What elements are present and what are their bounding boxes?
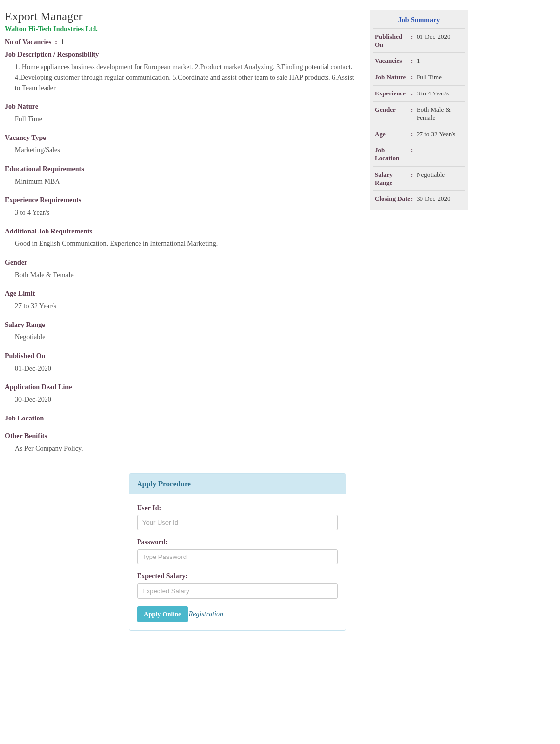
registration-link[interactable]: Registration: [189, 610, 223, 618]
summary-label: Closing Date: [375, 195, 411, 203]
summary-row-nature: Job Nature : Full Time: [373, 69, 465, 85]
summary-value: Negotiable: [417, 171, 463, 186]
apply-procedure-panel: Apply Procedure User Id: Password: Expec…: [129, 473, 346, 631]
apply-online-button[interactable]: Apply Online: [137, 606, 188, 622]
section-body-education: Minimum MBA: [5, 176, 361, 186]
job-summary-title: Job Summary: [373, 13, 465, 28]
summary-label: Job Nature: [375, 73, 411, 81]
section-heading-additional: Additional Job Requirements: [5, 228, 361, 235]
section-heading-vtype: Vacancy Type: [5, 134, 361, 142]
section-body-vtype: Marketing/Sales: [5, 145, 361, 155]
summary-row-age: Age : 27 to 32 Year/s: [373, 126, 465, 142]
summary-row-location: Job Location :: [373, 142, 465, 166]
section-body-benefits: As Per Company Policy.: [5, 443, 361, 454]
section-heading-deadline: Application Dead Line: [5, 383, 361, 391]
expected-salary-input[interactable]: [137, 583, 338, 599]
summary-row-salary: Salary Range : Negotiable: [373, 166, 465, 190]
summary-value: Full Time: [417, 73, 463, 81]
expected-salary-label: Expected Salary:: [137, 572, 338, 580]
summary-label: Published On: [375, 33, 411, 48]
user-id-input[interactable]: [137, 515, 338, 530]
section-body-gender: Both Male & Female: [5, 270, 361, 280]
summary-row-closing: Closing Date : 30-Dec-2020: [373, 190, 465, 207]
section-heading-salary: Salary Range: [5, 321, 361, 329]
summary-value: 27 to 32 Year/s: [417, 130, 463, 138]
section-heading-nature: Job Nature: [5, 103, 361, 111]
company-name: Walton Hi-Tech Industries Ltd.: [5, 25, 361, 33]
section-heading-age: Age Limit: [5, 290, 361, 298]
vacancies-label: No of Vacancies: [5, 38, 51, 46]
summary-label: Gender: [375, 106, 411, 122]
summary-label: Vacancies: [375, 57, 411, 65]
user-id-label: User Id:: [137, 504, 338, 512]
section-heading-gender: Gender: [5, 259, 361, 267]
password-label: Password:: [137, 538, 338, 546]
summary-row-gender: Gender : Both Male & Female: [373, 101, 465, 126]
summary-value: Both Male & Female: [417, 106, 463, 122]
section-body-deadline: 30-Dec-2020: [5, 394, 361, 405]
summary-row-experience: Experience : 3 to 4 Year/s: [373, 85, 465, 101]
summary-value: [417, 146, 463, 162]
password-input[interactable]: [137, 549, 338, 564]
section-body-nature: Full Time: [5, 114, 361, 124]
vacancies-line: No of Vacancies : 1: [5, 38, 361, 46]
job-title: Export Manager: [5, 10, 361, 23]
job-summary-panel: Job Summary Published On : 01-Dec-2020 V…: [370, 10, 468, 210]
section-heading-description: Job Description / Responsibility: [5, 51, 361, 59]
summary-value: 3 to 4 Year/s: [417, 90, 463, 97]
summary-label: Experience: [375, 90, 411, 97]
summary-label: Age: [375, 130, 411, 138]
vacancies-value: 1: [61, 38, 64, 46]
section-body-experience: 3 to 4 Year/s: [5, 207, 361, 218]
section-body-description: 1. Home appliances business development …: [5, 62, 361, 93]
summary-value: 1: [417, 57, 463, 65]
summary-value: 30-Dec-2020: [417, 195, 463, 203]
section-heading-education: Educational Requirements: [5, 165, 361, 173]
section-body-published: 01-Dec-2020: [5, 363, 361, 373]
summary-value: 01-Dec-2020: [417, 33, 463, 48]
summary-row-vacancies: Vacancies : 1: [373, 52, 465, 69]
section-body-salary: Negotiable: [5, 332, 361, 342]
summary-label: Salary Range: [375, 171, 411, 186]
section-body-additional: Good in English Communication. Experienc…: [5, 238, 361, 249]
section-heading-benefits: Other Benifits: [5, 432, 361, 440]
summary-label: Job Location: [375, 146, 411, 162]
section-body-age: 27 to 32 Year/s: [5, 301, 361, 311]
section-heading-published: Published On: [5, 352, 361, 360]
section-heading-experience: Experience Requirements: [5, 196, 361, 204]
summary-row-published: Published On : 01-Dec-2020: [373, 28, 465, 52]
apply-procedure-header: Apply Procedure: [129, 474, 346, 494]
section-heading-location: Job Location: [5, 415, 361, 422]
